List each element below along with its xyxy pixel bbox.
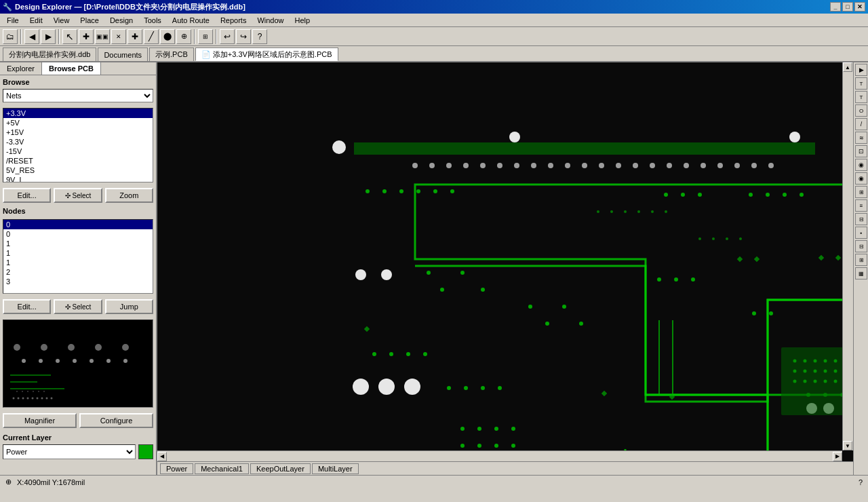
menu-autoroute[interactable]: Auto Route bbox=[168, 15, 214, 26]
nodes-list[interactable]: 0 0 1 1 1 2 3 bbox=[3, 219, 153, 294]
node-item-5[interactable]: 2 bbox=[3, 267, 153, 277]
net-item-2[interactable]: +5V bbox=[3, 118, 153, 128]
tab-pcb[interactable]: 示例.PCB bbox=[149, 47, 194, 61]
menu-help[interactable]: Help bbox=[291, 15, 315, 26]
svg-point-202 bbox=[624, 210, 627, 213]
svg-point-41 bbox=[446, 163, 452, 168]
rt-btn-15[interactable]: ⊞ bbox=[855, 254, 867, 266]
right-toolbar: ▶ T T O / ≋ ⊡ ◉ ◉ ⊞ ≡ ⊟ ▪ ⊟ ⊞ ▦ bbox=[853, 62, 868, 475]
current-layer-section: Current Layer Power Top Layer Bottom Lay… bbox=[0, 431, 156, 462]
tb-select2[interactable]: ✕ bbox=[111, 29, 126, 44]
nets-list[interactable]: +3.3V +5V +15V -3.3V -15V /RESET 5V_RES … bbox=[3, 108, 153, 182]
tab-documents[interactable]: Documents bbox=[98, 47, 148, 61]
rt-btn-10[interactable]: ⊞ bbox=[855, 186, 867, 198]
tb-forward[interactable]: ▶ bbox=[41, 29, 56, 44]
net-item-3[interactable]: +15V bbox=[3, 128, 153, 137]
tb-open[interactable]: 🗂 bbox=[3, 29, 18, 44]
node-item-3[interactable]: 1 bbox=[3, 248, 153, 258]
pcb-scroll-h[interactable]: ◀ ▶ bbox=[157, 450, 842, 461]
layer-tab-mech[interactable]: Mechanical1 bbox=[195, 463, 249, 474]
svg-rect-0 bbox=[3, 320, 153, 407]
rt-btn-4[interactable]: O bbox=[855, 104, 867, 117]
layer-tab-power[interactable]: Power bbox=[160, 463, 193, 474]
net-item-8[interactable]: 9V_L bbox=[3, 175, 153, 182]
rt-btn-3[interactable]: T bbox=[855, 91, 867, 103]
rt-btn-13[interactable]: ▪ bbox=[855, 227, 867, 239]
net-item-1[interactable]: +3.3V bbox=[3, 109, 153, 118]
tb-wire[interactable]: ╱ bbox=[144, 29, 159, 44]
menu-reports[interactable]: Reports bbox=[216, 15, 251, 26]
close-btn[interactable]: ✕ bbox=[854, 2, 865, 12]
nodes-jump-btn[interactable]: Jump bbox=[105, 299, 153, 314]
minimize-btn[interactable]: _ bbox=[830, 2, 841, 12]
tb-align[interactable]: ⊞ bbox=[198, 29, 213, 44]
rt-btn-2[interactable]: T bbox=[855, 77, 867, 90]
menu-edit[interactable]: Edit bbox=[26, 15, 47, 26]
rt-btn-12[interactable]: ⊟ bbox=[855, 213, 867, 225]
node-item-0[interactable]: 0 bbox=[3, 220, 153, 229]
net-item-5[interactable]: -15V bbox=[3, 147, 153, 156]
nets-zoom-btn[interactable]: Zoom bbox=[105, 188, 153, 203]
menu-view[interactable]: View bbox=[50, 15, 74, 26]
tab-ddb[interactable]: 分割内电层操作实例.ddb bbox=[3, 47, 96, 61]
svg-point-75 bbox=[427, 271, 431, 275]
node-item-6[interactable]: 3 bbox=[3, 277, 153, 286]
pcb-scroll-v[interactable]: ▲ ▼ bbox=[842, 62, 853, 450]
menu-window[interactable]: Window bbox=[253, 15, 288, 26]
menu-place[interactable]: Place bbox=[76, 15, 103, 26]
menu-tools[interactable]: Tools bbox=[140, 15, 165, 26]
layer-dropdown[interactable]: Power Top Layer Bottom Layer Mechanical1… bbox=[3, 444, 136, 459]
node-item-1[interactable]: 0 bbox=[3, 229, 153, 239]
tab-pcb-main[interactable]: 📄 添加+3.3V网络区域后的示意图.PCB bbox=[195, 47, 338, 61]
svg-point-104 bbox=[477, 444, 481, 448]
browse-label: Browse bbox=[3, 78, 153, 86]
nodes-btn-row: Edit... ✣ Select Jump bbox=[0, 296, 156, 317]
layer-tab-multi[interactable]: MultiLayer bbox=[312, 463, 359, 474]
pcb-canvas[interactable]: ▲ ▼ ◀ ▶ bbox=[157, 62, 853, 461]
svg-point-81 bbox=[562, 305, 566, 309]
layer-tab-keepout[interactable]: KeepOutLayer bbox=[250, 463, 311, 474]
net-item-7[interactable]: 5V_RES bbox=[3, 166, 153, 175]
tb-back[interactable]: ◀ bbox=[24, 29, 39, 44]
tb-help[interactable]: ? bbox=[252, 29, 267, 44]
rt-btn-8[interactable]: ◉ bbox=[855, 159, 867, 171]
svg-point-62 bbox=[366, 189, 370, 193]
rt-btn-6[interactable]: ≋ bbox=[855, 132, 867, 144]
tb-cursor[interactable]: ↖ bbox=[62, 29, 77, 44]
tb-via[interactable]: ⊕ bbox=[176, 29, 191, 44]
nodes-edit-btn[interactable]: Edit... bbox=[3, 299, 51, 314]
tb-select1[interactable]: ▣▣ bbox=[95, 29, 110, 44]
tb-cross[interactable]: ✚ bbox=[79, 29, 94, 44]
node-item-2[interactable]: 1 bbox=[3, 239, 153, 248]
magnifier-btn[interactable]: Magnifier bbox=[3, 413, 77, 428]
restore-btn[interactable]: □ bbox=[842, 2, 853, 12]
tab-explorer[interactable]: Explorer bbox=[0, 62, 42, 75]
menu-file[interactable]: File bbox=[3, 15, 23, 26]
rt-btn-9[interactable]: ◉ bbox=[855, 172, 867, 185]
rt-btn-16[interactable]: ▦ bbox=[855, 267, 867, 279]
tb-undo[interactable]: ↩ bbox=[220, 29, 235, 44]
rt-btn-5[interactable]: / bbox=[855, 118, 867, 130]
svg-point-33 bbox=[332, 140, 346, 154]
nets-edit-btn[interactable]: Edit... bbox=[3, 188, 51, 203]
rt-btn-14[interactable]: ⊟ bbox=[855, 240, 867, 252]
menu-design[interactable]: Design bbox=[106, 15, 137, 26]
svg-point-79 bbox=[528, 305, 532, 309]
rt-btn-7[interactable]: ⊡ bbox=[855, 145, 867, 157]
svg-point-88 bbox=[464, 386, 468, 390]
tb-plus[interactable]: ✚ bbox=[127, 29, 142, 44]
nodes-select-btn[interactable]: ✣ Select bbox=[54, 299, 102, 314]
svg-point-29 bbox=[95, 344, 102, 351]
browse-dropdown[interactable]: Nets Components Libraries Pads bbox=[3, 89, 153, 102]
rt-btn-1[interactable]: ▶ bbox=[855, 64, 867, 76]
net-item-6[interactable]: /RESET bbox=[3, 156, 153, 166]
tb-pad[interactable]: ⬤ bbox=[160, 29, 175, 44]
node-item-4[interactable]: 1 bbox=[3, 258, 153, 267]
rt-btn-11[interactable]: ≡ bbox=[855, 199, 867, 212]
net-item-4[interactable]: -3.3V bbox=[3, 137, 153, 147]
nets-select-btn[interactable]: ✣ Select bbox=[54, 188, 102, 203]
tab-browse-pcb[interactable]: Browse PCB bbox=[42, 62, 101, 75]
configure-btn[interactable]: Configure bbox=[79, 413, 153, 428]
tb-redo[interactable]: ↪ bbox=[236, 29, 251, 44]
svg-point-47 bbox=[548, 163, 553, 168]
